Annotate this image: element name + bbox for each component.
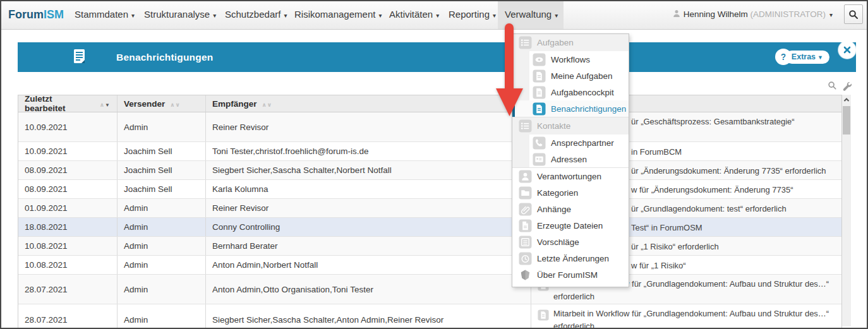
subject-text: w für „1 Risiko“ (631, 260, 686, 270)
subject-text: in ForumBCM (631, 147, 682, 156)
list-icon (512, 36, 532, 49)
pdf-icon (512, 219, 532, 232)
person-icon (512, 170, 532, 183)
document-icon (538, 309, 549, 321)
nav-label: Aktivitäten (389, 9, 433, 20)
cell-sender: Admin (118, 237, 206, 255)
menu-item-label: Über ForumISM (537, 270, 598, 280)
nav-item-schutzbedarf[interactable]: Schutzbedarf▾ (225, 0, 287, 30)
nav-label: Schutzbedarf (225, 9, 280, 20)
menu-indent-gutter (512, 135, 529, 151)
user-role: (ADMINISTRATOR) (750, 9, 826, 19)
menu-item-label: Meine Aufgaben (551, 71, 613, 81)
person-icon (673, 9, 680, 18)
cell-date: 28.07.2021 (18, 275, 118, 304)
table-row[interactable]: 10.08.2021AdminAnton Admin,Norbert Notfa… (18, 256, 841, 275)
table-row[interactable]: 10.09.2021Joachim SellToni Tester,christ… (18, 142, 841, 161)
cell-recipients: Bernhard Berater (206, 237, 531, 255)
vertical-scrollbar[interactable] (842, 95, 851, 326)
menu-item-label: Aufgabencockpit (551, 88, 614, 97)
cell-date: 18.08.2021 (18, 218, 118, 236)
table-settings-wrench-icon[interactable] (841, 81, 852, 91)
cell-date: 08.09.2021 (18, 180, 118, 198)
menu-item-label: Kategorien (537, 188, 578, 198)
subject-text: ür „1 Risiko“ erforderlich (631, 241, 719, 251)
logo-part1: Forum (8, 8, 44, 21)
chevron-down-icon: ▾ (555, 12, 558, 19)
user-menu[interactable]: Henning Wilhelm (ADMINISTRATOR)▾ (673, 0, 833, 30)
menu-item-aufgabencockpit[interactable]: Aufgabencockpit (512, 84, 629, 100)
menu-item-ansprechpartner[interactable]: Ansprechpartner (512, 135, 629, 151)
chevron-down-icon: ▾ (284, 12, 287, 19)
menu-item-label: Erzeugte Dateien (537, 221, 603, 230)
subject-text: Mitarbeit in Workflow für „Grundlagendok… (553, 309, 829, 318)
cell-sender: Joachim Sell (118, 142, 206, 160)
cell-recipients: Anton Admin,Norbert Notfall (206, 256, 531, 274)
table-row[interactable]: 28.07.2021AdminSiegbert Sicher,Sascha Sc… (18, 304, 841, 329)
nav-item-aktivitäten[interactable]: Aktivitäten▾ (389, 0, 439, 30)
menu-item-anhänge[interactable]: Anhänge (512, 201, 629, 217)
menu-item-meine-aufgaben[interactable]: Meine Aufgaben (512, 68, 629, 84)
cell-date: 08.09.2021 (18, 161, 118, 179)
global-search-button[interactable] (844, 4, 863, 24)
table-row[interactable]: 08.09.2021Joachim SellSiegbert Sicher,Sa… (18, 161, 841, 180)
menu-item-letzte-änderungen[interactable]: Letzte Änderungen (512, 250, 629, 266)
chevron-down-icon: ▼ (817, 54, 823, 61)
menu-item-label: Ansprechpartner (551, 138, 614, 148)
close-panel-button[interactable] (838, 41, 856, 59)
scroll-up-icon[interactable] (842, 95, 851, 105)
nav-label: Stammdaten (75, 9, 128, 20)
cell-date: 10.08.2021 (18, 256, 118, 274)
menu-item-label: Anhänge (537, 205, 571, 214)
close-icon (843, 46, 851, 54)
user-name: Henning Wilhelm (684, 9, 748, 19)
menu-item-erzeugte-dateien[interactable]: Erzeugte Dateien (512, 217, 629, 234)
menu-item-vorschläge[interactable]: Vorschläge (512, 234, 629, 250)
chevron-down-icon: ▾ (436, 12, 439, 19)
topbar: ForumISM Stammdaten▾Strukturanalyse▾Schu… (0, 0, 868, 30)
table-row[interactable]: 10.08.2021AdminBernhard Berater ür „1 Ri… (18, 237, 841, 256)
nav-item-stammdaten[interactable]: Stammdaten▾ (75, 0, 135, 30)
menu-indent-gutter (512, 51, 529, 68)
table-row[interactable]: 28.07.2021AdminAnton Admin,Otto Organisa… (18, 275, 841, 304)
column-header-zuletzt-bearbeitet[interactable]: Zuletzt bearbeitet∧▼ (18, 95, 118, 112)
menu-item-adressen[interactable]: Adressen (512, 151, 629, 167)
menu-item-verantwortungen[interactable]: Verantwortungen (512, 167, 629, 184)
menu-item-über-forumism[interactable]: Über ForumISM (512, 266, 629, 283)
menu-item-label: Vorschläge (537, 237, 579, 247)
menu-item-benachrichtigungen[interactable]: Benachrichtigungen (512, 100, 629, 117)
history-icon (512, 252, 532, 265)
chevron-down-icon: ▾ (131, 12, 135, 19)
nav-item-strukturanalyse[interactable]: Strukturanalyse▾ (144, 0, 216, 30)
subject-text: ür „Änderungsdokument: Änderung 7735“ er… (631, 165, 826, 175)
nav-label: Verwaltung (505, 9, 552, 20)
nav-item-reporting[interactable]: Reporting▾ (449, 0, 496, 30)
scrollbar-thumb[interactable] (843, 106, 850, 135)
cell-recipients: Reiner Revisor (206, 199, 531, 217)
table-row[interactable]: 10.09.2021AdminReiner Revisor ür „Geschä… (18, 112, 841, 142)
cell-date: 10.08.2021 (18, 237, 118, 255)
table-row[interactable]: 01.09.2021AdminReiner Revisor ür „Grundl… (18, 199, 841, 218)
table-row[interactable]: 08.09.2021Joachim SellKarla Kolumna w fü… (18, 180, 841, 199)
doc-icon (515, 102, 546, 116)
cell-sender: Admin (118, 199, 206, 217)
app-logo[interactable]: ForumISM (8, 0, 64, 29)
nav-item-verwaltung[interactable]: Verwaltung▾ (505, 0, 558, 30)
sort-icons: ∧∨ (170, 99, 181, 109)
cell-sender: Admin (118, 112, 206, 141)
verwaltung-dropdown-menu: AufgabenWorkflowsMeine AufgabenAufgabenc… (512, 33, 629, 287)
extras-button[interactable]: Extras▼ (785, 51, 829, 64)
table-search-icon[interactable] (828, 81, 837, 91)
column-label: Zuletzt bearbeitet (25, 94, 95, 113)
table-row[interactable]: 18.08.2021AdminConny Controlling Test“ i… (18, 218, 841, 237)
column-header-versender[interactable]: Versender∧∨ (118, 95, 206, 112)
notifications-table: Zuletzt bearbeitet∧▼Versender∧∨Empfänger… (18, 95, 842, 329)
chevron-down-icon: ▾ (213, 12, 216, 19)
menu-item-label: Workflows (551, 55, 590, 64)
menu-item-workflows[interactable]: Workflows (512, 51, 629, 68)
column-header-empfänger[interactable]: Empfänger∧∨ (206, 95, 531, 112)
nav-item-risikomanagement[interactable]: Risikomanagement▾ (294, 0, 382, 30)
menu-item-kategorien[interactable]: Kategorien (512, 184, 629, 201)
cell-date: 28.07.2021 (18, 304, 118, 329)
logo-part2: ISM (44, 8, 64, 21)
